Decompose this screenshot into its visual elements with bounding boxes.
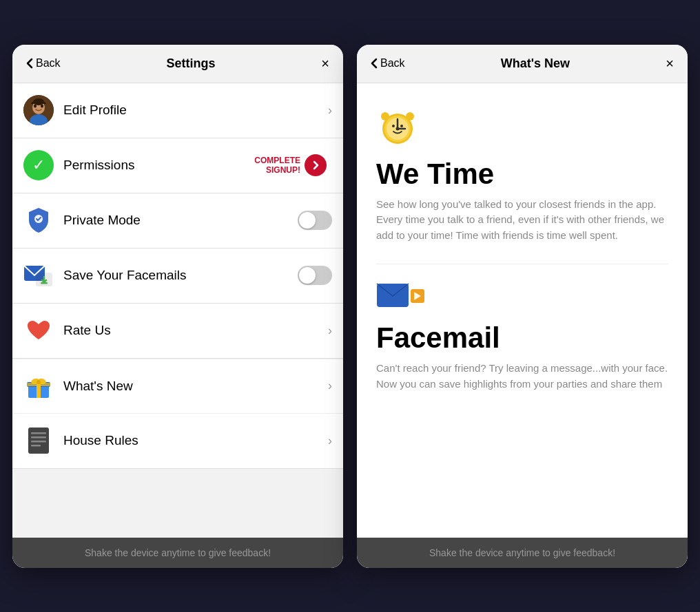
whats-new-header: Back What's New × <box>357 45 688 83</box>
avatar-icon <box>23 95 54 125</box>
svg-rect-18 <box>31 432 46 434</box>
private-mode-label: Private Mode <box>63 213 298 228</box>
settings-list: Edit Profile › ✓ Permissions COMPLETE SI… <box>12 83 343 538</box>
house-rules-icon <box>23 425 54 456</box>
rate-us-label: Rate Us <box>63 323 328 338</box>
svg-point-30 <box>392 125 395 127</box>
we-time-icon <box>376 104 668 156</box>
facemails-icon <box>23 260 54 291</box>
rate-us-item[interactable]: Rate Us › <box>12 304 343 359</box>
save-facemails-toggle[interactable] <box>298 266 332 285</box>
shake-feedback-bar: Shake the device anytime to give feedbac… <box>12 538 343 568</box>
back-label: Back <box>36 57 61 70</box>
svg-point-16 <box>37 380 41 384</box>
complete-signup-badge: COMPLETE SIGNUP! <box>254 154 327 176</box>
whats-new-back-button[interactable]: Back <box>371 57 405 70</box>
whats-new-chevron-icon: › <box>328 379 332 393</box>
whats-new-back-label: Back <box>380 57 405 70</box>
whats-new-icon <box>23 371 54 401</box>
we-time-block: We Time See how long you've talked to yo… <box>376 104 668 244</box>
facemail-icon <box>376 281 668 319</box>
private-mode-item[interactable]: Private Mode <box>12 193 343 249</box>
whats-new-content: We Time See how long you've talked to yo… <box>357 83 688 538</box>
svg-rect-21 <box>31 445 41 447</box>
private-mode-icon <box>23 205 54 235</box>
badge-text-2: SIGNUP! <box>254 165 300 175</box>
svg-point-26 <box>406 112 414 120</box>
private-mode-toggle[interactable] <box>298 211 332 230</box>
settings-close-button[interactable]: × <box>321 56 329 72</box>
whats-new-back-icon <box>371 58 378 69</box>
permissions-item[interactable]: ✓ Permissions COMPLETE SIGNUP! <box>12 138 343 193</box>
permissions-icon: ✓ <box>23 150 54 180</box>
edit-profile-item[interactable]: Edit Profile › <box>12 83 343 138</box>
badge-text-1: COMPLETE <box>254 156 300 165</box>
house-rules-item[interactable]: House Rules › <box>12 414 343 469</box>
rate-us-chevron-icon: › <box>328 324 332 338</box>
settings-header: Back Settings × <box>12 45 343 83</box>
whats-new-shake-text: Shake the device anytime to give feedbac… <box>429 547 615 558</box>
permissions-label: Permissions <box>63 158 254 173</box>
save-facemails-item[interactable]: Save Your Facemails <box>12 249 343 304</box>
svg-point-29 <box>396 127 400 130</box>
we-time-desc: See how long you've talked to your close… <box>376 197 668 244</box>
svg-rect-19 <box>31 436 46 439</box>
we-time-title: We Time <box>376 160 668 189</box>
house-rules-chevron-icon: › <box>328 434 332 448</box>
save-facemails-label: Save Your Facemails <box>63 268 298 283</box>
feature-divider <box>376 264 668 264</box>
facemail-desc: Can't reach your friend? Try leaving a m… <box>376 361 668 392</box>
svg-point-31 <box>400 125 403 127</box>
svg-point-5 <box>33 98 44 105</box>
svg-rect-20 <box>31 441 46 443</box>
edit-profile-chevron-icon: › <box>328 103 332 118</box>
facemail-title: Facemail <box>376 324 668 352</box>
facemail-block: Facemail Can't reach your friend? Try le… <box>376 281 668 392</box>
rate-us-icon <box>23 315 54 346</box>
shake-feedback-text: Shake the device anytime to give feedbac… <box>85 547 271 558</box>
back-chevron-icon <box>26 58 33 69</box>
whats-new-label: What's New <box>63 379 328 394</box>
whats-new-close-button[interactable]: × <box>666 56 674 72</box>
settings-panel: Back Settings × <box>12 45 343 568</box>
edit-profile-label: Edit Profile <box>63 103 328 118</box>
svg-point-25 <box>381 112 389 120</box>
whats-new-panel: Back What's New × <box>357 45 688 568</box>
whats-new-item[interactable]: What's New › <box>12 359 343 414</box>
settings-title: Settings <box>166 56 215 71</box>
whats-new-shake-bar: Shake the device anytime to give feedbac… <box>357 538 688 568</box>
whats-new-detail-title: What's New <box>501 56 570 71</box>
svg-rect-9 <box>41 282 48 284</box>
house-rules-label: House Rules <box>63 433 328 448</box>
settings-back-button[interactable]: Back <box>26 57 61 70</box>
badge-circle-icon <box>305 154 327 176</box>
